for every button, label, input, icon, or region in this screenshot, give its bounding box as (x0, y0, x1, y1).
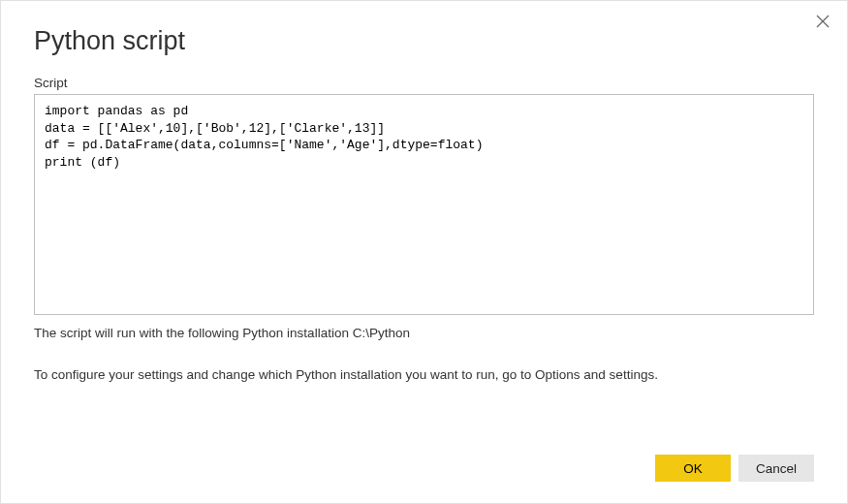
configure-info-text: To configure your settings and change wh… (34, 366, 814, 385)
dialog-button-row: OK Cancel (34, 455, 814, 482)
close-icon[interactable] (816, 15, 830, 31)
script-input[interactable] (34, 94, 814, 315)
dialog-title: Python script (34, 26, 814, 56)
install-info-text: The script will run with the following P… (34, 325, 814, 343)
python-script-dialog: Python script Script The script will run… (1, 1, 847, 503)
ok-button[interactable]: OK (655, 455, 731, 482)
cancel-button[interactable]: Cancel (738, 455, 814, 482)
script-label: Script (34, 76, 814, 90)
